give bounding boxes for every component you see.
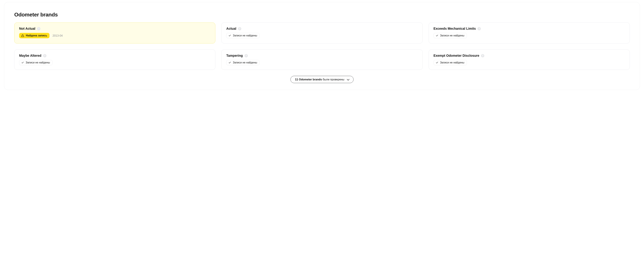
cards-grid: Not Actual ? Найдена запись 2013-04 Actu… bbox=[14, 23, 630, 70]
card-title: Tampering bbox=[226, 54, 243, 58]
status-badge-text: Записи не найдены bbox=[26, 61, 50, 64]
footer-rest: были проверены bbox=[323, 78, 344, 81]
odometer-brands-panel: Odometer brands Not Actual ? Найдена зап… bbox=[4, 2, 640, 90]
card-head: Not Actual ? bbox=[19, 27, 210, 31]
card-head: Exempt Odometer Disclosure ? bbox=[434, 54, 625, 58]
status-badge-clean: Записи не найдены bbox=[226, 60, 260, 65]
card-head: Exceeds Mechanical Limits ? bbox=[434, 27, 625, 31]
help-icon[interactable]: ? bbox=[37, 27, 40, 30]
status-badge-clean: Записи не найдены bbox=[226, 33, 260, 38]
card-title: Exceeds Mechanical Limits bbox=[434, 27, 476, 31]
chevron-down-icon bbox=[347, 78, 349, 81]
card-status-row: Записи не найдены bbox=[226, 33, 418, 38]
status-badge-clean: Записи не найдены bbox=[434, 60, 467, 65]
card-maybe-altered: Maybe Altered ? Записи не найдены bbox=[14, 50, 215, 70]
card-tampering: Tampering ? Записи не найдены bbox=[221, 50, 422, 70]
expand-brands-button[interactable]: 11 Odometer brands были проверены bbox=[290, 76, 354, 83]
status-badge-clean: Записи не найдены bbox=[434, 33, 467, 38]
check-icon bbox=[21, 61, 24, 64]
check-icon bbox=[436, 34, 438, 37]
card-status-row: Записи не найдены bbox=[226, 60, 418, 65]
card-status-row: Записи не найдены bbox=[434, 33, 625, 38]
card-title: Exempt Odometer Disclosure bbox=[434, 54, 479, 58]
card-title: Maybe Altered bbox=[19, 54, 42, 58]
status-date: 2013-04 bbox=[52, 34, 63, 37]
status-badge-found: Найдена запись bbox=[19, 33, 50, 38]
card-head: Actual ? bbox=[226, 27, 418, 31]
section-title: Odometer brands bbox=[14, 12, 630, 18]
check-icon bbox=[228, 61, 231, 64]
card-exempt-odometer-disclosure: Exempt Odometer Disclosure ? Записи не н… bbox=[429, 50, 630, 70]
status-badge-text: Записи не найдены bbox=[233, 34, 257, 37]
card-head: Tampering ? bbox=[226, 54, 418, 58]
alert-triangle-icon bbox=[21, 34, 24, 37]
footer-row: 11 Odometer brands были проверены bbox=[14, 76, 630, 83]
help-icon[interactable]: ? bbox=[238, 27, 241, 30]
status-badge-clean: Записи не найдены bbox=[19, 60, 52, 65]
status-badge-text: Записи не найдены bbox=[440, 61, 464, 64]
help-icon[interactable]: ? bbox=[43, 54, 46, 57]
card-exceeds-mechanical-limits: Exceeds Mechanical Limits ? Записи не на… bbox=[429, 23, 630, 44]
card-status-row: Записи не найдены bbox=[19, 60, 210, 65]
card-title: Actual bbox=[226, 27, 236, 31]
help-icon[interactable]: ? bbox=[481, 54, 484, 57]
help-icon[interactable]: ? bbox=[244, 54, 248, 57]
card-not-actual: Not Actual ? Найдена запись 2013-04 bbox=[14, 23, 215, 44]
status-badge-text: Записи не найдены bbox=[233, 61, 257, 64]
card-status-row: Записи не найдены bbox=[434, 60, 625, 65]
card-title: Not Actual bbox=[19, 27, 36, 31]
help-icon[interactable]: ? bbox=[478, 27, 481, 30]
status-badge-text: Записи не найдены bbox=[440, 34, 464, 37]
footer-count: 11 Odometer brands bbox=[295, 78, 322, 81]
check-icon bbox=[228, 34, 231, 37]
check-icon bbox=[436, 61, 438, 64]
status-badge-text: Найдена запись bbox=[26, 34, 47, 37]
card-head: Maybe Altered ? bbox=[19, 54, 210, 58]
card-status-row: Найдена запись 2013-04 bbox=[19, 33, 210, 38]
card-actual: Actual ? Записи не найдены bbox=[221, 23, 422, 44]
